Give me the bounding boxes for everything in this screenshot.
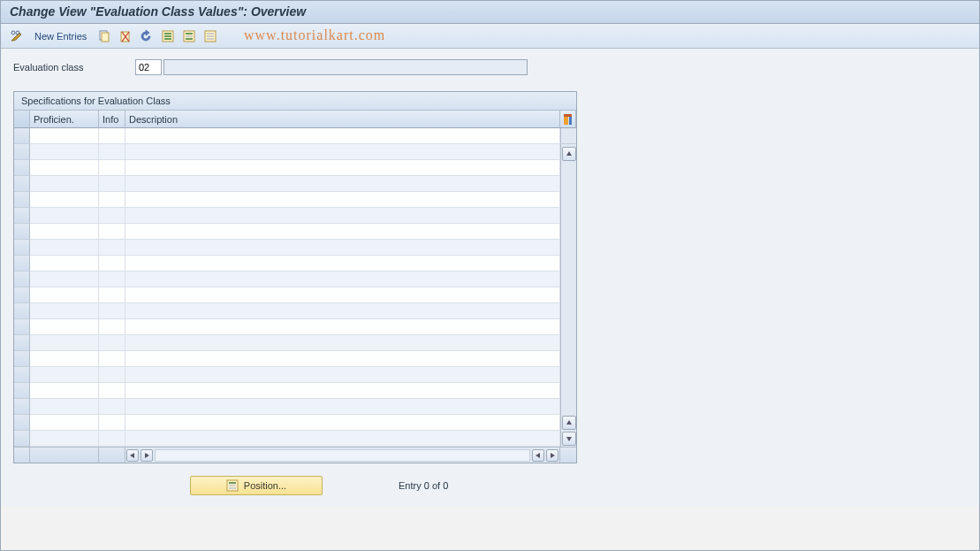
cell-description[interactable] <box>125 415 560 431</box>
evaluation-class-code-input[interactable] <box>135 59 162 75</box>
row-selector[interactable] <box>14 144 30 160</box>
cell-description[interactable] <box>125 367 560 383</box>
cell-description[interactable] <box>125 335 560 351</box>
cell-description[interactable] <box>125 287 560 303</box>
cell-description[interactable] <box>125 431 560 447</box>
row-selector[interactable] <box>14 335 30 351</box>
cell-proficiency[interactable] <box>30 160 99 176</box>
scroll-right-button[interactable] <box>546 449 558 462</box>
row-selector[interactable] <box>14 383 30 399</box>
scroll-down-button[interactable] <box>562 432 576 446</box>
cell-description[interactable] <box>125 399 560 415</box>
cell-description[interactable] <box>125 192 560 208</box>
copy-as-button[interactable] <box>95 27 113 45</box>
cell-info[interactable] <box>99 240 125 256</box>
cell-description[interactable] <box>125 176 560 192</box>
cell-proficiency[interactable] <box>30 431 99 447</box>
cell-info[interactable] <box>99 335 125 351</box>
new-entries-button[interactable]: New Entries <box>29 29 92 43</box>
row-selector[interactable] <box>14 272 30 287</box>
scroll-left-inner-button[interactable] <box>532 449 544 462</box>
vertical-scrollbar[interactable] <box>560 146 576 447</box>
cell-proficiency[interactable] <box>30 224 99 240</box>
select-all-button[interactable] <box>159 27 177 45</box>
row-selector[interactable] <box>14 415 30 431</box>
row-selector[interactable] <box>14 431 30 447</box>
cell-description[interactable] <box>125 144 560 160</box>
cell-description[interactable] <box>125 303 560 319</box>
cell-info[interactable] <box>99 208 125 224</box>
hscroll-track[interactable] <box>155 449 530 462</box>
toggle-display-change-button[interactable] <box>8 27 26 45</box>
cell-description[interactable] <box>125 272 560 287</box>
cell-proficiency[interactable] <box>30 176 99 192</box>
row-selector[interactable] <box>14 208 30 224</box>
cell-proficiency[interactable] <box>30 303 99 319</box>
cell-proficiency[interactable] <box>30 208 99 224</box>
cell-info[interactable] <box>99 351 125 367</box>
undo-change-button[interactable] <box>138 27 156 45</box>
cell-description[interactable] <box>125 208 560 224</box>
column-header-proficiency[interactable]: Proficien. <box>30 111 99 128</box>
scroll-down-up-button[interactable] <box>562 416 576 430</box>
cell-info[interactable] <box>99 272 125 287</box>
cell-info[interactable] <box>99 431 125 447</box>
cell-proficiency[interactable] <box>30 383 99 399</box>
row-selector[interactable] <box>14 192 30 208</box>
cell-description[interactable] <box>125 383 560 399</box>
cell-proficiency[interactable] <box>30 287 99 303</box>
scroll-left-button[interactable] <box>126 449 139 462</box>
column-header-info[interactable]: Info <box>99 111 125 128</box>
cell-info[interactable] <box>99 256 125 272</box>
cell-proficiency[interactable] <box>30 192 99 208</box>
cell-description[interactable] <box>125 256 560 272</box>
row-selector[interactable] <box>14 256 30 272</box>
cell-info[interactable] <box>99 399 125 415</box>
scroll-right-inner-button[interactable] <box>141 449 153 462</box>
row-selector[interactable] <box>14 160 30 176</box>
row-selector[interactable] <box>14 240 30 256</box>
cell-description[interactable] <box>125 240 560 256</box>
cell-description[interactable] <box>125 224 560 240</box>
select-block-button[interactable] <box>180 27 198 45</box>
cell-proficiency[interactable] <box>30 415 99 431</box>
cell-info[interactable] <box>99 128 125 144</box>
row-selector[interactable] <box>14 176 30 192</box>
delete-button[interactable] <box>117 27 134 45</box>
cell-proficiency[interactable] <box>30 144 99 160</box>
cell-proficiency[interactable] <box>30 319 99 335</box>
row-selector[interactable] <box>14 351 30 367</box>
column-header-description[interactable]: Description <box>125 111 560 128</box>
column-header-selector[interactable] <box>14 111 30 128</box>
table-settings-button[interactable] <box>560 111 576 128</box>
cell-info[interactable] <box>99 144 125 160</box>
cell-info[interactable] <box>99 192 125 208</box>
cell-info[interactable] <box>99 224 125 240</box>
cell-info[interactable] <box>99 303 125 319</box>
scroll-up-button[interactable] <box>562 147 576 161</box>
cell-description[interactable] <box>125 160 560 176</box>
cell-proficiency[interactable] <box>30 335 99 351</box>
row-selector[interactable] <box>14 367 30 383</box>
evaluation-class-description-input[interactable] <box>163 59 528 75</box>
row-selector[interactable] <box>14 319 30 335</box>
position-button[interactable]: Position... <box>190 476 323 495</box>
row-selector[interactable] <box>14 128 30 144</box>
cell-proficiency[interactable] <box>30 272 99 287</box>
deselect-all-button[interactable] <box>201 27 219 45</box>
cell-proficiency[interactable] <box>30 256 99 272</box>
cell-description[interactable] <box>125 319 560 335</box>
cell-info[interactable] <box>99 287 125 303</box>
row-selector[interactable] <box>14 287 30 303</box>
horizontal-scrollbar[interactable] <box>125 448 560 463</box>
cell-proficiency[interactable] <box>30 367 99 383</box>
row-selector[interactable] <box>14 224 30 240</box>
row-selector[interactable] <box>14 399 30 415</box>
cell-info[interactable] <box>99 415 125 431</box>
cell-info[interactable] <box>99 160 125 176</box>
cell-info[interactable] <box>99 176 125 192</box>
cell-proficiency[interactable] <box>30 399 99 415</box>
row-selector[interactable] <box>14 303 30 319</box>
cell-proficiency[interactable] <box>30 128 99 144</box>
cell-description[interactable] <box>125 351 560 367</box>
